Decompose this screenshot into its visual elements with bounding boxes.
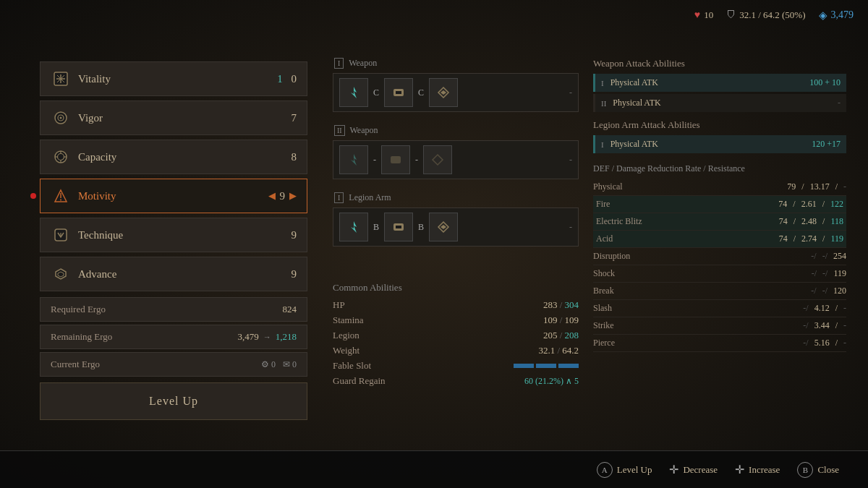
- ergo-section: Required Ergo 824 Remaining Ergo 3,479 →…: [40, 297, 307, 377]
- def-acid: Acid 74/2.74/119: [593, 231, 846, 248]
- roman-1: I: [601, 79, 604, 87]
- stat-row-motivity[interactable]: Motivity ◀ 9 ▶: [40, 179, 307, 213]
- def-slash-vals: -/4.12/-: [665, 303, 846, 314]
- technique-label: Technique: [78, 229, 292, 241]
- stat-row-advance[interactable]: Advance 9: [40, 257, 307, 291]
- weapon-atk-label-1: I Physical ATK: [601, 77, 809, 88]
- vitality-value: 1 0: [277, 73, 297, 85]
- def-slash: Slash -/4.12/-: [593, 300, 846, 317]
- bottom-increase-label: Increase: [749, 464, 780, 476]
- def-electric: Electric Blitz 74/2.48/118: [593, 213, 846, 231]
- legion-slot-handle[interactable]: [429, 213, 458, 241]
- legion-grade-1: B: [373, 222, 379, 233]
- weapon-atk-val-1: 100 + 10: [809, 77, 841, 88]
- current-ergo-label: Current Ergo: [51, 359, 261, 370]
- def-physical-label: Physical: [593, 181, 665, 192]
- weapon-atk-label-2: II Physical ATK: [601, 98, 838, 108]
- hp-value: 10: [704, 9, 713, 21]
- arrow-left-icon[interactable]: ◀: [268, 190, 276, 202]
- bottom-decrease-btn[interactable]: ✛ Decrease: [669, 463, 718, 476]
- current-ergo-icons: ⚙ 0 ✉ 0: [261, 359, 297, 370]
- fable-bar: [514, 364, 579, 368]
- svg-marker-29: [351, 221, 357, 233]
- motivity-label: Motivity: [78, 190, 268, 202]
- weapon-2-slots: - - -: [333, 140, 579, 179]
- svg-point-7: [60, 117, 62, 119]
- capacity-label: Capacity: [78, 151, 292, 163]
- level-up-button[interactable]: Level Up: [40, 382, 307, 420]
- weapon-1-slot-handle[interactable]: [429, 78, 458, 107]
- bottom-close-btn[interactable]: B Close: [797, 462, 839, 478]
- current-ergo-icon1: ⚙ 0: [261, 359, 276, 370]
- svg-marker-26: [351, 154, 357, 166]
- vigor-value: 7: [292, 112, 297, 124]
- legion-atk-val-1: 120 +17: [812, 139, 841, 150]
- stat-row-technique[interactable]: Technique 9: [40, 218, 307, 252]
- weapon-2-group: II Weapon - - -: [333, 125, 579, 179]
- required-ergo-row: Required Ergo 824: [40, 297, 307, 322]
- vitality-icon: [51, 69, 71, 89]
- def-physical: Physical 79/13.17/-: [593, 179, 846, 196]
- def-shock-label: Shock: [593, 268, 665, 279]
- weapon-2-grade-2: -: [415, 155, 418, 166]
- svg-rect-31: [396, 226, 401, 228]
- ca-hp: HP 283 / 304: [333, 299, 579, 311]
- def-fire: Fire 74/2.61/122: [593, 196, 846, 213]
- weapon-2-slot-handle[interactable]: [423, 145, 452, 174]
- weapon-2-slot-body[interactable]: [381, 145, 410, 174]
- def-break: Break -/-/120: [593, 283, 846, 300]
- weapon-2-slot-electric[interactable]: [339, 145, 368, 174]
- arrow-right-icon[interactable]: ▶: [289, 190, 297, 202]
- weapons-panel: I Weapon C C - II Weapon -: [333, 58, 579, 260]
- capacity-icon: [51, 147, 71, 167]
- ergo-value: 3,479: [831, 9, 854, 21]
- legion-label: Legion: [333, 330, 543, 341]
- legion-slot-electric[interactable]: [339, 213, 368, 241]
- weapon-2-dash: -: [455, 155, 572, 166]
- svg-marker-19: [56, 269, 66, 279]
- hp-val: 283 / 304: [543, 299, 579, 311]
- def-disruption-vals: -/-/254: [665, 251, 846, 262]
- roman-legion: I: [601, 140, 604, 149]
- stat-row-capacity[interactable]: Capacity 8: [40, 140, 307, 174]
- common-abilities-header: Common Abilities: [333, 282, 579, 294]
- hp-label: HP: [333, 299, 543, 311]
- top-bar: ♥ 10 ⛉ 32.1 / 64.2 (50%) ◈ 3,479: [694, 9, 854, 22]
- def-acid-vals: 74/2.74/119: [668, 234, 843, 244]
- fable-seg-3: [558, 364, 579, 368]
- ca-stamina: Stamina 109 / 109: [333, 314, 579, 326]
- weapon-1-slot-body[interactable]: [384, 78, 413, 107]
- def-shock: Shock -/-/119: [593, 265, 846, 283]
- stat-row-vigor[interactable]: Vigor 7: [40, 100, 307, 135]
- remaining-ergo-row: Remaining Ergo 3,479 → 1,218: [40, 325, 307, 349]
- weapon-1-grade-2: C: [418, 87, 424, 98]
- weapon-1-header: I Weapon: [333, 58, 579, 69]
- weight-stat: ⛉ 32.1 / 64.2 (50%): [726, 9, 805, 21]
- ergo-icon: ◈: [819, 9, 827, 22]
- svg-rect-23: [396, 91, 401, 94]
- a-button: A: [597, 462, 613, 478]
- stat-row-vitality[interactable]: Vitality 1 0: [40, 61, 307, 96]
- bottom-levelup-btn[interactable]: A Level Up: [597, 462, 652, 478]
- ca-guard: Guard Regain 60 (21.2%) ∧ 5: [333, 375, 579, 387]
- bottom-decrease-label: Decrease: [683, 464, 718, 476]
- def-pierce: Pierce -/5.16/-: [593, 335, 846, 352]
- legion-dash: -: [461, 222, 572, 233]
- svg-marker-25: [441, 90, 446, 95]
- weapon-2-grade-1: -: [373, 155, 376, 166]
- def-disruption: Disruption -/-/254: [593, 248, 846, 265]
- technique-icon: [51, 225, 71, 245]
- bottom-increase-btn[interactable]: ✛ Increase: [735, 463, 780, 476]
- svg-marker-33: [441, 225, 446, 229]
- def-strike-label: Strike: [593, 320, 665, 331]
- weapon-1-slot-electric[interactable]: [339, 78, 368, 107]
- def-shock-vals: -/-/119: [665, 268, 846, 279]
- legion-slot-body[interactable]: [384, 213, 413, 241]
- capacity-value: 8: [292, 151, 297, 163]
- motivity-value: 9: [280, 190, 286, 202]
- current-ergo-icon2: ✉ 0: [283, 359, 297, 370]
- fable-seg-2: [536, 364, 556, 368]
- bottom-bar: A Level Up ✛ Decrease ✛ Increase B Close: [0, 450, 868, 488]
- legion-arm-slots: B B -: [333, 207, 579, 247]
- ergo-arrow-icon: →: [263, 333, 271, 341]
